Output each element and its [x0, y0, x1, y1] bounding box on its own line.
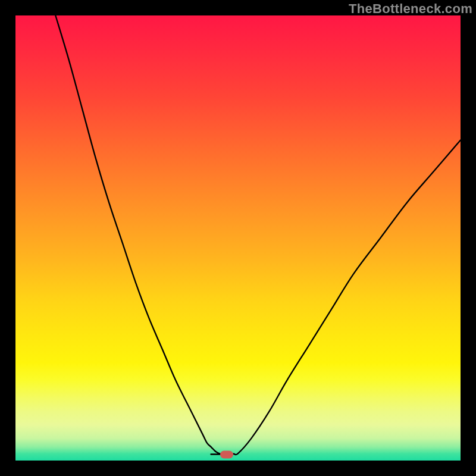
- bottleneck-curve: [15, 15, 461, 461]
- chart-frame: TheBottleneck.com: [0, 0, 476, 476]
- plot-area: [15, 15, 461, 461]
- optimum-marker: [220, 450, 233, 458]
- watermark-text: TheBottleneck.com: [349, 1, 472, 17]
- curve-path: [55, 15, 461, 455]
